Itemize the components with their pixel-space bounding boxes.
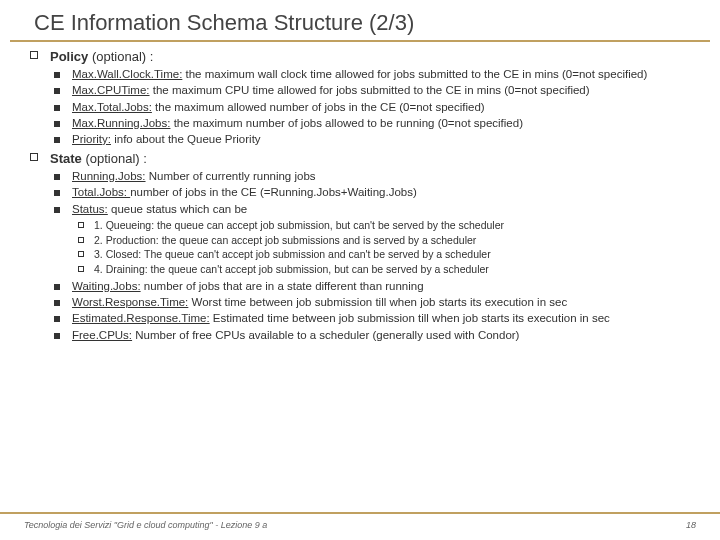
footer: Tecnologia dei Servizi "Grid e cloud com…: [0, 512, 720, 530]
section: State (optional) :Running.Jobs: Number o…: [28, 150, 702, 343]
bullet-item: Waiting.Jobs: number of jobs that are in…: [50, 279, 702, 294]
sub-bullet-item: 2. Production: the queue can accept job …: [72, 234, 702, 248]
bullet-item: Free.CPUs: Number of free CPUs available…: [50, 328, 702, 343]
footer-right: 18: [686, 520, 696, 530]
section: Policy (optional) :Max.Wall.Clock.Time: …: [28, 48, 702, 147]
footer-left: Tecnologia dei Servizi "Grid e cloud com…: [24, 520, 267, 530]
slide-title: CE Information Schema Structure (2/3): [0, 0, 720, 40]
section-heading: Policy (optional) :: [50, 48, 702, 65]
slide-body: Policy (optional) :Max.Wall.Clock.Time: …: [0, 48, 720, 343]
bullet-item: Total.Jobs: number of jobs in the CE (=R…: [50, 185, 702, 200]
bullet-item: Estimated.Response.Time: Estimated time …: [50, 311, 702, 326]
sub-bullet-item: 3. Closed: The queue can't accept job su…: [72, 248, 702, 262]
bullet-item: Max.Total.Jobs: the maximum allowed numb…: [50, 100, 702, 115]
bullet-item: Worst.Response.Time: Worst time between …: [50, 295, 702, 310]
title-divider: [10, 40, 710, 42]
bullet-item: Priority: info about the Queue Priority: [50, 132, 702, 147]
bullet-item: Max.Wall.Clock.Time: the maximum wall cl…: [50, 67, 702, 82]
section-heading: State (optional) :: [50, 150, 702, 167]
bullet-item: Running.Jobs: Number of currently runnin…: [50, 169, 702, 184]
bullet-item: Max.Running.Jobs: the maximum number of …: [50, 116, 702, 131]
bullet-item: Status: queue status which can be1. Queu…: [50, 202, 702, 278]
sub-bullet-item: 4. Draining: the queue can't accept job …: [72, 263, 702, 277]
bullet-item: Max.CPUTime: the maximum CPU time allowe…: [50, 83, 702, 98]
sub-bullet-item: 1. Queueing: the queue can accept job su…: [72, 219, 702, 233]
